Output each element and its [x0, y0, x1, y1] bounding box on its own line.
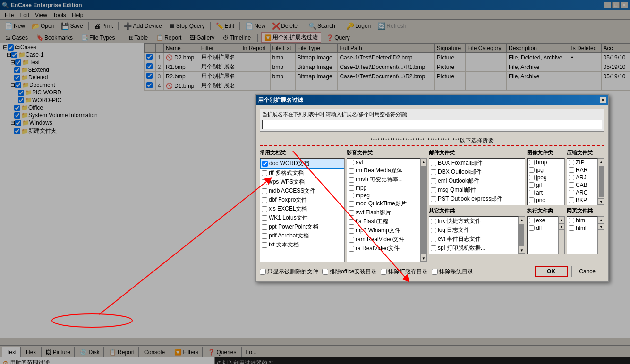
jpeg-item[interactable]: jpeg	[528, 174, 564, 181]
avi-item[interactable]: avi	[347, 159, 420, 166]
exclude-system-checkbox-row: 排除系统目录	[432, 268, 473, 276]
pst-item[interactable]: PST Outlook express邮件	[429, 195, 525, 203]
doc-word-item[interactable]: doc WORD文档	[260, 159, 344, 169]
modal-overlay: 用个别扩展名过滤 ✕ 当扩展名不在下列列表中时,请输入扩展名(多个时用空格符分割…	[0, 0, 630, 364]
rar-item[interactable]: RAR	[567, 166, 597, 174]
modal-title-bar: 用个别扩展名过滤 ✕	[256, 95, 608, 105]
gz-item[interactable]: GZ	[567, 204, 597, 205]
box-item[interactable]: BOX Foxmail邮件	[429, 159, 525, 168]
modal-buttons: OK Cancel	[535, 266, 604, 277]
gif-item[interactable]: gif	[528, 181, 564, 189]
exclude-office-checkbox[interactable]	[322, 269, 328, 275]
fla-item[interactable]: fla Flash工程	[347, 217, 420, 226]
png-item[interactable]: png	[528, 196, 564, 204]
ra-item[interactable]: ra RealVideo文件	[347, 244, 420, 253]
exclude-office-checkbox-row: 排除office安装目录	[322, 268, 377, 276]
dbf-item[interactable]: dbf Foxpro文件	[260, 195, 344, 204]
bmp-item[interactable]: bmp	[528, 159, 564, 166]
exclude-system-label: 排除系统目录	[439, 268, 473, 276]
txt-item[interactable]: txt 文本文档	[260, 240, 344, 249]
web-files-title: 网页文件类	[567, 207, 604, 214]
rmvb-item[interactable]: rmvb 可变比特率...	[347, 175, 420, 184]
exclude-ie-checkbox-row: 排除IE缓存目录	[381, 268, 427, 276]
ppt-item[interactable]: ppt PowerPoint文档	[260, 222, 344, 231]
video-files-list: avi rm RealMedia媒体 rmvb 可变比特率...	[347, 158, 420, 262]
jpg-item[interactable]: jpg	[528, 166, 564, 174]
arj-item[interactable]: ARJ	[567, 174, 597, 181]
modal-close-button[interactable]: ✕	[600, 97, 606, 103]
show-deleted-checkbox-row: 只显示被删除的文件	[260, 268, 318, 276]
show-deleted-checkbox[interactable]	[260, 269, 266, 275]
eml-item[interactable]: eml Outlook邮件	[429, 177, 525, 186]
bkp-item[interactable]: BKP	[567, 196, 597, 204]
mpg-item[interactable]: mpg	[347, 184, 420, 192]
modal-input-label: 当扩展名不在下列列表中时,请输入扩展名(多个时用空格符分割)	[262, 111, 602, 118]
log-item[interactable]: log 日志文件	[429, 226, 518, 235]
mail-files-list: BOX Foxmail邮件 DBX Outlook邮件 eml Outlook邮…	[429, 158, 525, 205]
modal-input-section: 当扩展名不在下列列表中时,请输入扩展名(多个时用空格符分割)	[260, 109, 604, 132]
compress-files-list: ZIP RAR ARJ	[567, 158, 598, 205]
modal-ext-input[interactable]	[262, 120, 602, 129]
wps-item[interactable]: wps WPS文档	[260, 178, 344, 186]
modal-title: 用个别扩展名过滤	[258, 96, 303, 104]
modal-body: 当扩展名不在下列列表中时,请输入扩展名(多个时用空格符分割) *********…	[256, 105, 608, 281]
image-files-list: bmp jpg jpeg	[527, 158, 565, 205]
html-item[interactable]: html	[567, 224, 597, 232]
wmf-item[interactable]: wmf	[528, 204, 564, 205]
arc-item[interactable]: ARC	[567, 189, 597, 196]
common-docs-list: doc WORD文档 rtf 多格式文档 wps WPS文档	[260, 158, 345, 262]
image-files-title: 图像文件类	[527, 149, 565, 156]
compress-files-title: 压缩文件类	[567, 149, 604, 156]
rm-item[interactable]: rm RealMedia媒体	[347, 166, 420, 175]
other-files-list: lnk 快捷方式文件 log 日志文件 evt 事件日志文件	[429, 216, 519, 254]
exe-files-title: 执行文件类	[527, 207, 565, 214]
exclude-ie-label: 排除IE缓存目录	[388, 268, 427, 276]
art-item[interactable]: art	[528, 189, 564, 196]
pdf-item[interactable]: pdf Acrobat文档	[260, 231, 344, 240]
cab-item[interactable]: CAB	[567, 181, 597, 189]
modal-dialog: 用个别扩展名过滤 ✕ 当扩展名不在下列列表中时,请输入扩展名(多个时用空格符分割…	[255, 94, 609, 282]
swf-item[interactable]: swf Flash影片	[347, 208, 420, 217]
dll-item[interactable]: dll	[528, 224, 558, 232]
mod-item[interactable]: mod QuickTime影片	[347, 199, 420, 208]
video-files-title: 影音文件类	[347, 149, 427, 156]
dbx-item[interactable]: DBX Outlook邮件	[429, 168, 525, 177]
ram-item[interactable]: ram RealVideo文件	[347, 235, 420, 244]
exclude-ie-checkbox[interactable]	[381, 269, 387, 275]
other-files-title: 其它文件类	[429, 207, 525, 214]
mdb-item[interactable]: mdb ACCESS文件	[260, 186, 344, 195]
show-deleted-label: 只显示被删除的文件	[267, 268, 318, 276]
exclude-system-checkbox[interactable]	[432, 269, 438, 275]
mp3-item[interactable]: mp3 Winamp文件	[347, 226, 420, 235]
exe-item[interactable]: exe	[528, 217, 558, 224]
web-scrollbar[interactable]: ▲ ▼	[598, 216, 604, 254]
modal-bottom-row: 只显示被删除的文件 排除office安装目录 排除IE缓存目录 排除系统目录 O…	[260, 266, 604, 277]
wk1-item[interactable]: WK1 Lotus文件	[260, 213, 344, 222]
mpeg-item[interactable]: mpeg	[347, 192, 420, 199]
msg-item[interactable]: msg Qmail邮件	[429, 186, 525, 195]
spl-item[interactable]: spl 打印脱机数据...	[429, 244, 518, 253]
mail-files-title: 邮件文件类	[429, 149, 525, 156]
other-scrollbar[interactable]: ▲ ▼	[519, 216, 525, 254]
web-files-list: htm html	[567, 216, 598, 254]
modal-ok-button[interactable]: OK	[535, 266, 568, 277]
exe-files-list: exe dll	[527, 216, 558, 254]
modal-hint: ************************************以下选择…	[260, 135, 604, 146]
modal-cancel-button[interactable]: Cancel	[571, 266, 604, 277]
video-scrollbar[interactable]: ▲ ▼	[420, 158, 427, 262]
lnk-item[interactable]: lnk 快捷方式文件	[429, 217, 518, 226]
rtf-item[interactable]: rtf 多格式文档	[260, 169, 344, 178]
common-docs-title: 常用文档类	[260, 149, 345, 156]
compress-scrollbar[interactable]: ▲ ▼	[598, 158, 604, 205]
exclude-office-label: 排除office安装目录	[330, 268, 377, 276]
evt-item[interactable]: evt 事件日志文件	[429, 235, 518, 244]
xls-item[interactable]: xls EXCEL文档	[260, 204, 344, 213]
htm-item[interactable]: htm	[567, 217, 597, 224]
zip-item[interactable]: ZIP	[567, 159, 597, 166]
exe-scrollbar[interactable]: ▲ ▼	[558, 216, 565, 254]
